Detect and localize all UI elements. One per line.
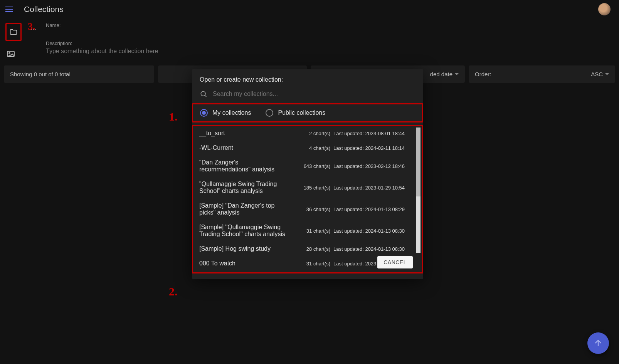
last-updated: Last updated: 2024-01-13 08:30 — [333, 246, 410, 252]
hamburger-menu-icon[interactable] — [5, 5, 15, 14]
chart-count: 31 chart(s) — [292, 261, 330, 267]
chart-count: 2 chart(s) — [292, 131, 330, 136]
showing-count: Showing 0 out of 0 total — [4, 65, 154, 83]
chart-count: 36 chart(s) — [292, 206, 330, 212]
image-button[interactable] — [5, 49, 16, 59]
annotation-3: 3. — [28, 21, 35, 32]
last-updated: Last updated: 2023-08-01 18:44 — [333, 131, 410, 136]
app-header: Collections — [0, 0, 619, 18]
name-label: Name: — [46, 22, 614, 28]
order-value: ASC — [591, 71, 603, 77]
order-label: Order: — [475, 71, 491, 77]
collection-name: [Sample] "Qullamaggie Swing Trading Scho… — [199, 224, 289, 238]
radio-my-label: My collections — [212, 109, 251, 116]
sort-value-partial: ded date — [430, 71, 452, 77]
search-input[interactable] — [213, 91, 415, 97]
collection-name: -WL-Current — [199, 144, 289, 151]
chevron-down-icon — [455, 73, 459, 75]
chart-count: 4 chart(s) — [292, 145, 330, 151]
list-item[interactable]: [Sample] Hog swing study28 chart(s)Last … — [193, 242, 422, 256]
radio-my-collections[interactable]: My collections — [200, 109, 251, 117]
radio-public-label: Public collections — [278, 109, 325, 116]
list-item[interactable]: -WL-Current4 chart(s)Last updated: 2024-… — [193, 141, 422, 155]
collection-list[interactable]: __to_sort2 chart(s)Last updated: 2023-08… — [193, 126, 422, 271]
open-folder-button[interactable] — [8, 27, 19, 37]
collection-type-radio-group: My collections Public collections — [192, 103, 423, 122]
chevron-down-icon — [605, 73, 609, 75]
collection-name: "Dan Zanger's recommendations" analysis — [199, 159, 289, 173]
search-icon — [200, 90, 207, 98]
scroll-top-fab[interactable] — [587, 332, 609, 354]
collection-name: [Sample] Hog swing study — [199, 245, 289, 252]
last-updated: Last updated: 2023-01-29 10:54 — [333, 185, 410, 191]
chart-count: 28 chart(s) — [292, 246, 330, 252]
chart-count: 31 chart(s) — [292, 228, 330, 234]
list-item[interactable]: [Sample] "Qullamaggie Swing Trading Scho… — [193, 220, 422, 242]
collection-name: "Qullamaggie Swing Trading School" chart… — [199, 181, 289, 195]
last-updated: Last updated: 2024-02-11 18:14 — [333, 145, 410, 151]
radio-selected-icon — [200, 109, 208, 117]
annotation-2: 2. — [169, 285, 178, 298]
scrollbar-thumb[interactable] — [416, 127, 421, 196]
list-item[interactable]: __to_sort2 chart(s)Last updated: 2023-08… — [193, 126, 422, 141]
last-updated: Last updated: 2023-02-12 18:46 — [333, 163, 410, 169]
chart-count: 643 chart(s) — [292, 163, 330, 169]
list-item[interactable]: "Dan Zanger's recommendations" analysis6… — [193, 155, 422, 177]
cancel-button[interactable]: CANCEL — [377, 256, 413, 268]
list-item[interactable]: [Sample] "Dan Zanger's top picks" analys… — [193, 198, 422, 220]
annotation-1: 1. — [169, 110, 178, 123]
collection-name: 000 To watch — [199, 260, 289, 267]
radio-public-collections[interactable]: Public collections — [266, 109, 325, 117]
svg-point-1 — [9, 53, 10, 54]
folder-icon — [9, 28, 18, 36]
chart-count: 185 chart(s) — [292, 185, 330, 191]
list-item[interactable]: "Qullamaggie Swing Trading School" chart… — [193, 177, 422, 198]
last-updated: Last updated: 2024-01-13 08:29 — [333, 206, 410, 212]
collection-name: [Sample] "Dan Zanger's top picks" analys… — [199, 202, 289, 216]
description-label: Description: — [46, 40, 614, 46]
scrollbar[interactable] — [416, 127, 421, 253]
page-title: Collections — [24, 5, 64, 14]
order-dropdown[interactable]: Order: ASC — [469, 65, 615, 83]
svg-point-2 — [201, 91, 205, 96]
last-updated: Last updated: 2024-01-13 08:30 — [333, 228, 410, 234]
open-collection-modal: Open or create new collection: My collec… — [192, 69, 423, 279]
collection-name: __to_sort — [199, 130, 289, 137]
collection-meta: ⋯ Name: Description: Type something abou… — [0, 18, 619, 65]
image-icon — [6, 49, 15, 59]
description-placeholder[interactable]: Type something about the collection here — [46, 48, 614, 55]
arrow-up-icon — [593, 338, 603, 348]
collection-list-wrap: __to_sort2 chart(s)Last updated: 2023-08… — [192, 125, 423, 273]
avatar[interactable] — [598, 3, 611, 15]
modal-title: Open or create new collection: — [192, 69, 423, 87]
annotation-box-3 — [5, 23, 22, 41]
radio-unselected-icon — [266, 109, 273, 117]
